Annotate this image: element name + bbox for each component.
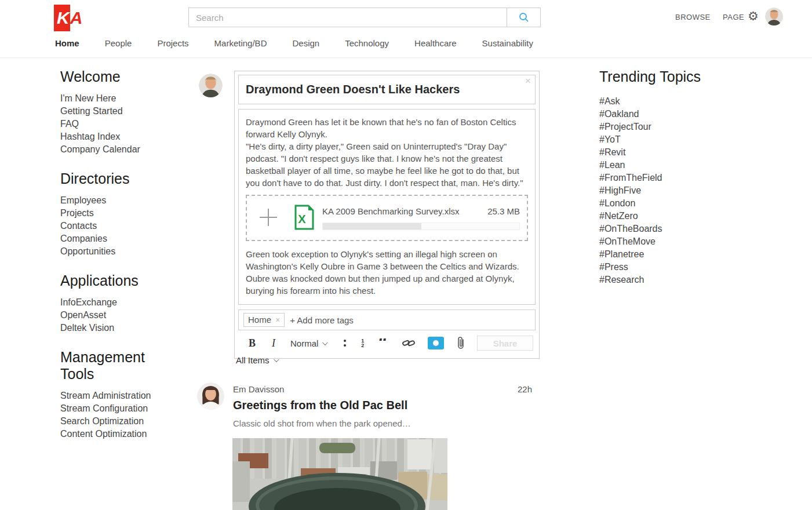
plus-icon [258,207,278,227]
main-nav: Home People Projects Marketing/BD Design… [55,38,559,48]
nav-tab-technology[interactable]: Technology [345,38,389,48]
topic-fromthefield[interactable]: #FromTheField [599,172,727,184]
attachment-filename: KA 2009 Benchmarking Survey.xlsx [322,205,460,217]
tag-label: Home [248,315,271,325]
sidebar-section-welcome: Welcome I'm New Here Getting Started FAQ… [60,68,196,156]
feed-filter-label: All Items [236,355,270,365]
bullet-list-button[interactable] [344,338,346,348]
search-input[interactable] [189,8,507,27]
post-timestamp: 22h [518,384,532,394]
add-file-button[interactable] [255,207,282,227]
sidebar-item-projects[interactable]: Projects [60,207,196,220]
sidebar-item-deltek-vision[interactable]: Deltek Vision [60,322,196,334]
search-button[interactable] [507,8,540,27]
search-icon [519,12,529,23]
topic-onthemove[interactable]: #OnTheMove [599,235,727,248]
topic-ontheboards[interactable]: #OnTheBoards [599,223,727,235]
sidebar-item-getting-started[interactable]: Getting Started [60,105,196,118]
photo-building [407,439,432,469]
upload-progress-fill [323,223,421,230]
sidebar-item-im-new-here[interactable]: I'm New Here [60,92,196,105]
share-button[interactable]: Share [477,336,533,351]
post-excerpt: Classic old shot from when the park open… [233,418,411,428]
body-paragraph-2: "He's dirty, a dirty player," Green said… [246,140,528,189]
sidebar-item-content-optimization[interactable]: Content Optimization [60,428,196,440]
sidebar-item-employees[interactable]: Employees [60,194,196,207]
body-paragraph-3: Green took exception to Olynyk's setting… [246,248,528,297]
company-logo[interactable]: KA [54,5,82,31]
post-title[interactable]: Greetings from the Old Pac Bell [233,399,407,412]
tag-chip-home: Home × [243,313,285,327]
left-sidebar: Welcome I'm New Here Getting Started FAQ… [60,68,196,455]
topic-projecttour[interactable]: #ProjectTour [599,121,727,133]
user-avatar[interactable] [765,8,783,26]
sidebar-item-stream-administration[interactable]: Stream Administration [60,389,196,402]
chevron-down-icon [322,340,328,345]
composer-toolbar: B I Normal 1 2 “ Share [238,330,536,355]
sidebar-item-hashtag-index[interactable]: Hashtag Index [60,130,196,143]
file-attachment-dropzone[interactable]: X KA 2009 Benchmarking Survey.xlsx 25.3 … [246,195,528,241]
bold-button[interactable]: B [249,337,256,349]
topic-london[interactable]: #London [599,197,727,210]
trending-topics-title: Trending Topics [599,68,727,85]
format-value: Normal [290,338,318,348]
topic-lean[interactable]: #Lean [599,159,727,172]
nav-tab-home[interactable]: Home [55,38,79,48]
topic-revit[interactable]: #Revit [599,146,727,159]
insert-image-button[interactable] [428,337,444,349]
photo-building [232,461,250,502]
close-icon[interactable]: × [525,76,531,86]
remove-tag-icon[interactable]: × [275,315,280,325]
post-author-avatar[interactable] [197,382,224,410]
sidebar-item-stream-configuration[interactable]: Stream Configuration [60,402,196,415]
top-header: KA BROWSE PAGE ⚙ Home People Projects Ma… [0,0,812,58]
composer-user-avatar [199,74,223,97]
section-title-management-tools: Management Tools [60,349,153,382]
nav-tab-marketing-bd[interactable]: Marketing/BD [214,38,267,48]
sidebar-item-opportunities[interactable]: Opportunities [60,245,196,258]
topic-research[interactable]: #Research [599,274,727,286]
page-menu[interactable]: PAGE [723,13,744,21]
sidebar-item-companies[interactable]: Companies [60,232,196,245]
nav-tab-projects[interactable]: Projects [157,38,188,48]
topic-ask[interactable]: #Ask [599,95,727,108]
post-composer: Draymond Green Doesn't Like Hackers × Dr… [234,71,540,359]
sidebar-item-faq[interactable]: FAQ [60,118,196,130]
nav-tab-design[interactable]: Design [292,38,319,48]
upload-progress-track [322,223,520,230]
topic-press[interactable]: #Press [599,261,727,274]
blockquote-button[interactable]: “ [378,338,388,348]
composer-title-text: Draymond Green Doesn't Like Hackers [246,83,460,96]
topic-highfive[interactable]: #HighFive [599,184,727,197]
sidebar-item-infoexchange[interactable]: InfoExchange [60,296,196,309]
sidebar-item-company-calendar[interactable]: Company Calendar [60,143,196,156]
sidebar-section-management-tools: Management Tools Stream Administration S… [60,349,196,440]
composer-body-field[interactable]: Draymond Green has let it be known that … [238,109,536,305]
nav-tab-sustainability[interactable]: Sustainability [482,38,533,48]
attach-file-button[interactable] [457,336,465,350]
paragraph-format-dropdown[interactable]: Normal [290,338,326,348]
composer-title-field[interactable]: Draymond Green Doesn't Like Hackers × [238,75,536,104]
body-paragraph-1: Draymond Green has let it be known that … [246,116,528,140]
post-author-name[interactable]: Em Davisson [233,384,284,394]
topic-yot[interactable]: #YoT [599,133,727,146]
browse-menu[interactable]: BROWSE [675,13,711,21]
italic-button[interactable]: I [272,337,275,349]
post-photo-stadium-aerial[interactable] [232,438,447,510]
trending-topics-panel: Trending Topics #Ask #Oakland #ProjectTo… [599,68,727,286]
topic-oakland[interactable]: #Oakland [599,108,727,121]
tags-field[interactable]: Home × + Add more tags [238,309,536,330]
numbered-list-button[interactable]: 1 2 [361,338,364,348]
paperclip-icon [457,336,465,350]
topic-netzero[interactable]: #NetZero [599,210,727,223]
sidebar-item-openasset[interactable]: OpenAsset [60,309,196,322]
topic-planetree[interactable]: #Planetree [599,248,727,261]
insert-link-button[interactable] [402,339,415,347]
settings-gear-icon[interactable]: ⚙ [748,9,759,23]
nav-tab-healthcare[interactable]: Healthcare [414,38,457,48]
feed-filter-dropdown[interactable]: All Items [236,355,278,365]
sidebar-item-contacts[interactable]: Contacts [60,220,196,232]
sidebar-item-search-optimization[interactable]: Search Optimization [60,415,196,428]
add-more-tags-input[interactable]: + Add more tags [290,315,354,325]
nav-tab-people[interactable]: People [105,38,132,48]
